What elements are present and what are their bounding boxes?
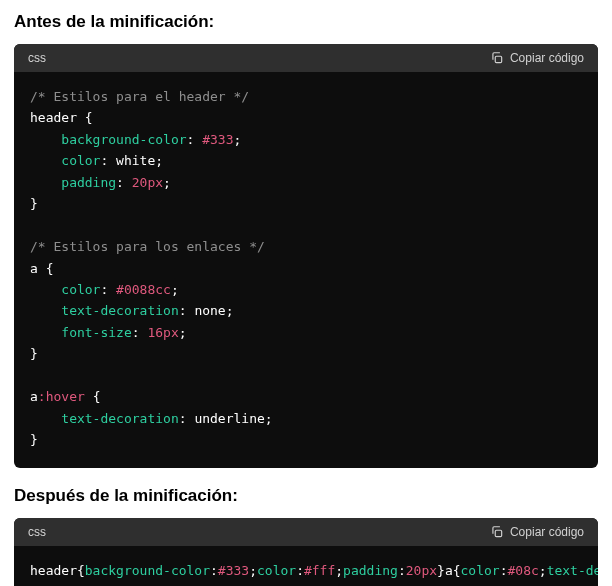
code-value: 20px xyxy=(406,563,437,578)
code-value: #fff xyxy=(304,563,335,578)
code-brace: } xyxy=(30,346,38,361)
code-prop: text-decoration xyxy=(547,563,598,578)
code-prop: background-color xyxy=(61,132,186,147)
code-value: 16px xyxy=(147,325,178,340)
code-value: #08c xyxy=(508,563,539,578)
code-prop: text-decoration xyxy=(61,411,178,426)
code-prop: color xyxy=(461,563,500,578)
code-punct: : xyxy=(210,563,218,578)
code-punct: : xyxy=(100,153,116,168)
code-punct: : xyxy=(179,303,195,318)
code-punct: : xyxy=(500,563,508,578)
code-punct: : xyxy=(100,282,116,297)
copy-label: Copiar código xyxy=(510,525,584,539)
copy-button[interactable]: Copiar código xyxy=(490,51,584,65)
code-selector: header xyxy=(30,110,77,125)
code-brace: { xyxy=(77,563,85,578)
code-value: underline xyxy=(194,411,264,426)
code-body-before: /* Estilos para el header */ header { ba… xyxy=(14,72,598,468)
code-punct: ; xyxy=(335,563,343,578)
code-brace: } xyxy=(437,563,445,578)
code-punct: : xyxy=(116,175,132,190)
code-punct: ; xyxy=(539,563,547,578)
code-body-after[interactable]: header{background-color:#333;color:#fff;… xyxy=(14,546,598,586)
copy-label: Copiar código xyxy=(510,51,584,65)
code-punct: ; xyxy=(179,325,187,340)
code-punct: ; xyxy=(155,153,163,168)
codeblock-header: css Copiar código xyxy=(14,44,598,72)
code-value: #333 xyxy=(202,132,233,147)
code-prop: text-decoration xyxy=(61,303,178,318)
code-selector: header xyxy=(30,563,77,578)
copy-icon xyxy=(490,525,504,539)
code-brace: { xyxy=(93,389,101,404)
codeblock-lang: css xyxy=(28,51,46,65)
code-prop: padding xyxy=(343,563,398,578)
code-brace: } xyxy=(30,196,38,211)
code-prop: color xyxy=(61,282,100,297)
code-brace: { xyxy=(453,563,461,578)
copy-button[interactable]: Copiar código xyxy=(490,525,584,539)
code-prop: color xyxy=(61,153,100,168)
code-punct: ; xyxy=(163,175,171,190)
code-punct: : xyxy=(179,411,195,426)
copy-icon xyxy=(490,51,504,65)
code-punct: ; xyxy=(234,132,242,147)
code-prop: padding xyxy=(61,175,116,190)
codeblock-header: css Copiar código xyxy=(14,518,598,546)
code-value: #0088cc xyxy=(116,282,171,297)
code-value: none xyxy=(194,303,225,318)
svg-rect-0 xyxy=(495,56,501,62)
code-selector: a xyxy=(30,389,38,404)
code-punct: ; xyxy=(171,282,179,297)
code-value: white xyxy=(116,153,155,168)
code-prop: background-color xyxy=(85,563,210,578)
codeblock-lang: css xyxy=(28,525,46,539)
svg-rect-1 xyxy=(495,531,501,537)
code-punct: : xyxy=(398,563,406,578)
code-comment: /* Estilos para el header */ xyxy=(30,89,249,104)
codeblock-before: css Copiar código /* Estilos para el hea… xyxy=(14,44,598,468)
code-value: #333 xyxy=(218,563,249,578)
code-punct: : xyxy=(187,132,203,147)
code-punct: : xyxy=(132,325,148,340)
heading-before: Antes de la minificación: xyxy=(14,12,598,32)
code-punct: ; xyxy=(226,303,234,318)
codeblock-after: css Copiar código header{background-colo… xyxy=(14,518,598,586)
code-brace: { xyxy=(85,110,93,125)
code-brace: } xyxy=(30,432,38,447)
code-comment: /* Estilos para los enlaces */ xyxy=(30,239,265,254)
code-prop: color xyxy=(257,563,296,578)
code-punct: ; xyxy=(249,563,257,578)
code-prop: font-size xyxy=(61,325,131,340)
code-selector: a xyxy=(445,563,453,578)
code-selector: a xyxy=(30,261,38,276)
code-punct: : xyxy=(296,563,304,578)
heading-after: Después de la minificación: xyxy=(14,486,598,506)
code-brace: { xyxy=(46,261,54,276)
code-punct: ; xyxy=(265,411,273,426)
code-value: 20px xyxy=(132,175,163,190)
code-pseudo: :hover xyxy=(38,389,85,404)
